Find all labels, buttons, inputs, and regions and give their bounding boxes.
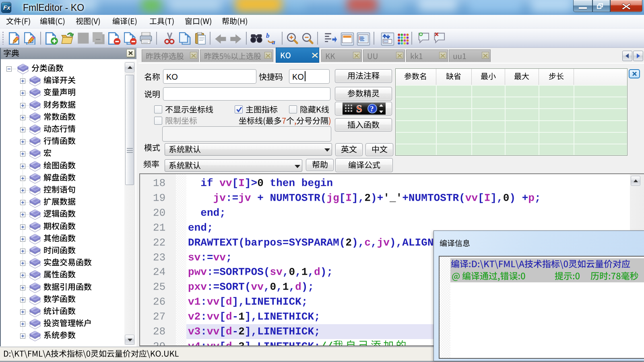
svg-text:?: ? <box>370 105 374 113</box>
svg-text:b: b <box>266 32 269 39</box>
svg-text:S: S <box>356 103 362 114</box>
